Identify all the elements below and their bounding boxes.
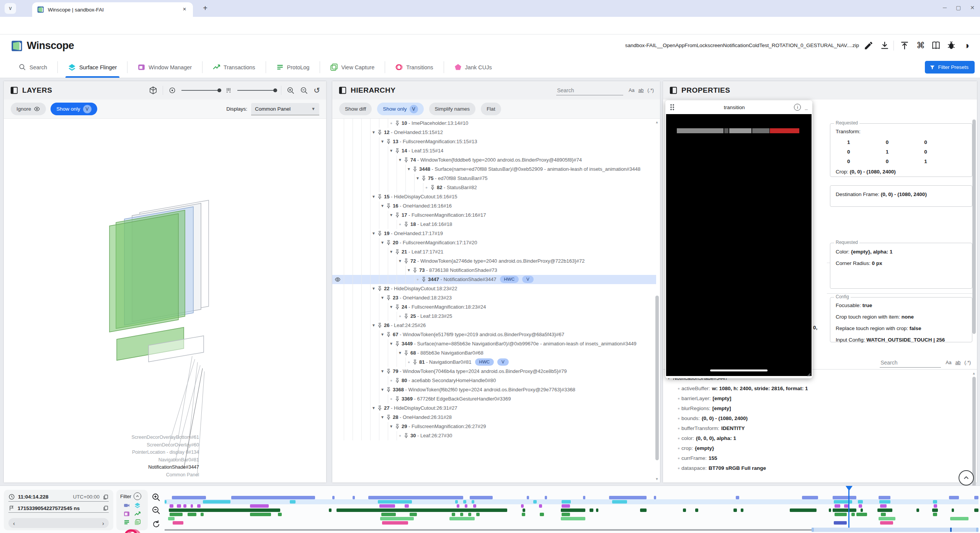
layer-label[interactable]: ScreenDecorOverlayBottom#61 (88, 434, 199, 441)
pin-icon[interactable] (421, 176, 426, 181)
pin-icon[interactable] (404, 433, 408, 438)
show-only-v-chip[interactable]: Show only V (51, 103, 97, 115)
expand-arrow-icon[interactable]: ▼ (379, 137, 385, 146)
pin-icon[interactable] (386, 387, 391, 392)
spacing-slider[interactable] (237, 90, 276, 91)
tab-window-manager[interactable]: Window Manager (127, 57, 202, 78)
view-capture-trace-icon[interactable] (134, 519, 140, 525)
report-bug-icon[interactable] (946, 41, 956, 51)
pin-icon[interactable] (430, 185, 435, 190)
tree-node-15[interactable]: ▼15 - HideDisplayCutout:16:16#15 (332, 192, 656, 201)
zoom-out-icon[interactable] (300, 87, 308, 95)
tab-search-chevron-button[interactable]: v (5, 3, 16, 14)
tab-view-capture[interactable]: View Capture (320, 57, 385, 78)
tree-node-67[interactable]: ▼67 - WindowToken{e5176f9 type=2019 andr… (332, 330, 656, 339)
tab-search[interactable]: Search (8, 57, 57, 78)
window-manager-trace-icon[interactable] (124, 511, 130, 517)
pin-icon[interactable] (404, 350, 408, 355)
proto-prop-blurRegions[interactable]: ●blurRegions:[empty] (676, 404, 972, 414)
match-case-icon[interactable]: Aa (629, 88, 634, 93)
expand-arrow-icon[interactable]: ▼ (379, 413, 385, 422)
reset-view-icon[interactable]: ↺ (314, 86, 320, 95)
tree-node-25[interactable]: ●25 - Leaf:18:23#25 (332, 312, 656, 321)
proto-prop-dataspace[interactable]: ●dataspace:BT709 sRGB Full range (676, 463, 972, 473)
minimize-icon[interactable]: _ (805, 105, 808, 110)
scroll-up-icon[interactable]: ▲ (655, 120, 659, 124)
download-traces-icon[interactable] (880, 41, 890, 51)
tree-node-3448[interactable]: ▼3448 - Surface(name=ed70f88 StatusBar)/… (332, 165, 656, 174)
transactions-trace-icon[interactable] (134, 511, 140, 517)
pin-icon[interactable] (395, 249, 400, 254)
pin-icon[interactable] (377, 286, 382, 291)
proto-prop-crop[interactable]: ●crop:{empty} (676, 443, 972, 453)
expand-arrow-icon[interactable]: ▼ (379, 293, 385, 302)
pin-icon[interactable] (377, 130, 382, 135)
pin-icon[interactable] (386, 139, 391, 144)
layer-label[interactable]: Common Panel (88, 471, 199, 479)
proto-prop-barrierLayer[interactable]: ●barrierLayer:[empty] (676, 394, 972, 404)
expand-arrow-icon[interactable]: ▼ (388, 422, 394, 431)
match-word-icon[interactable]: ab (638, 88, 644, 93)
timeline-cursor-handle[interactable] (846, 486, 853, 491)
tree-node-23[interactable]: ▼23 - OneHanded:18:23#23 (332, 293, 656, 302)
tree-node-68[interactable]: ▼68 - 885b63e NavigationBar0#68 (332, 348, 656, 358)
eye-icon[interactable] (335, 276, 341, 283)
tree-node-17[interactable]: ▼17 - FullscreenMagnification:16:16#17 (332, 211, 656, 220)
pin-icon[interactable] (386, 203, 391, 208)
pin-icon[interactable] (395, 396, 400, 401)
hierarchy-scrollbar[interactable] (655, 296, 659, 460)
expand-arrow-icon[interactable]: ▼ (406, 266, 412, 275)
chip-flat[interactable]: Flat (481, 103, 501, 115)
tree-node-3449[interactable]: ▼3449 - Surface(name=885b63e NavigationB… (332, 339, 656, 348)
tree-node-27[interactable]: ▼27 - HideDisplayCutout:26:31#27 (332, 404, 656, 413)
expand-arrow-icon[interactable]: ▼ (388, 211, 394, 220)
surface-flinger-trace-icon[interactable] (134, 502, 140, 508)
tree-node-22[interactable]: ▼22 - HideDisplayCutout:18:23#22 (332, 284, 656, 293)
tree-node-82[interactable]: ●82 - StatusBar#82 (332, 183, 656, 192)
pin-icon[interactable] (395, 213, 400, 217)
scroll-down-icon[interactable]: ▼ (655, 477, 659, 481)
chip-show-only[interactable]: Show onlyV (377, 103, 423, 115)
timeline-zoom-out-icon[interactable] (152, 506, 161, 515)
tree-node-3368[interactable]: ▼3368 - WindowToken{f6b2f60 type=2024 an… (332, 385, 656, 394)
pin-icon[interactable] (386, 240, 391, 245)
hierarchy-search-input[interactable] (556, 86, 623, 95)
pin-icon[interactable] (377, 405, 382, 410)
pin-icon[interactable] (386, 415, 391, 420)
collapse-panel-icon[interactable] (338, 86, 347, 95)
tab-transactions[interactable]: Transactions (203, 57, 265, 78)
tree-node-79[interactable]: ▼79 - WindowToken{7046b4a type=2024 andr… (332, 367, 656, 376)
pin-icon[interactable] (404, 222, 408, 227)
expand-arrow-icon[interactable]: ▼ (379, 385, 385, 394)
window-maximize-icon[interactable]: ▢ (956, 5, 961, 11)
pin-icon[interactable] (395, 378, 400, 383)
collapse-panel-icon[interactable] (669, 86, 678, 95)
proto-prop-bounds[interactable]: ●bounds:(0, 0) - (1080, 2400) (676, 414, 972, 423)
next-entry-button[interactable]: › (102, 520, 104, 526)
tree-node-10[interactable]: ●10 - ImePlaceholder:13:14#10 (332, 119, 656, 128)
copy-icon[interactable] (103, 505, 109, 511)
expand-arrow-icon[interactable]: ▼ (371, 229, 377, 238)
collapse-timeline-button[interactable] (959, 470, 974, 486)
info-icon[interactable]: i (794, 104, 801, 111)
tree-node-75[interactable]: ▼75 - ed70f88 StatusBar#75 (332, 174, 656, 183)
transition-preview-window[interactable]: transition i _ (665, 100, 812, 378)
proto-prop-color[interactable]: ●color:(0, 0, 0), alpha: 1 (676, 433, 972, 443)
copy-icon[interactable] (103, 494, 109, 500)
expand-arrow-icon[interactable]: ▼ (371, 128, 377, 137)
pin-icon[interactable] (413, 268, 417, 273)
scroll-up-icon[interactable]: ▲ (972, 371, 976, 375)
screen-recording-trace-icon[interactable] (124, 502, 130, 508)
expand-arrow-icon[interactable]: ▼ (371, 321, 377, 330)
pin-icon[interactable] (413, 360, 417, 365)
resize-handle-icon[interactable] (806, 372, 811, 377)
filter-presets-button[interactable]: Filter Presets (925, 61, 975, 74)
pin-icon[interactable] (395, 121, 400, 126)
chip-show-diff[interactable]: Show diff (339, 103, 372, 115)
expand-arrow-icon[interactable]: ▼ (379, 367, 385, 376)
tree-node-3369[interactable]: ●3369 - 67726bf EdgeBackGestureHandler0#… (332, 394, 656, 404)
properties-search-input[interactable] (880, 358, 941, 368)
window-minimize-icon[interactable]: ─ (943, 5, 947, 11)
displays-select[interactable]: Common Panel ▼ (251, 103, 319, 115)
pin-icon[interactable] (386, 295, 391, 300)
